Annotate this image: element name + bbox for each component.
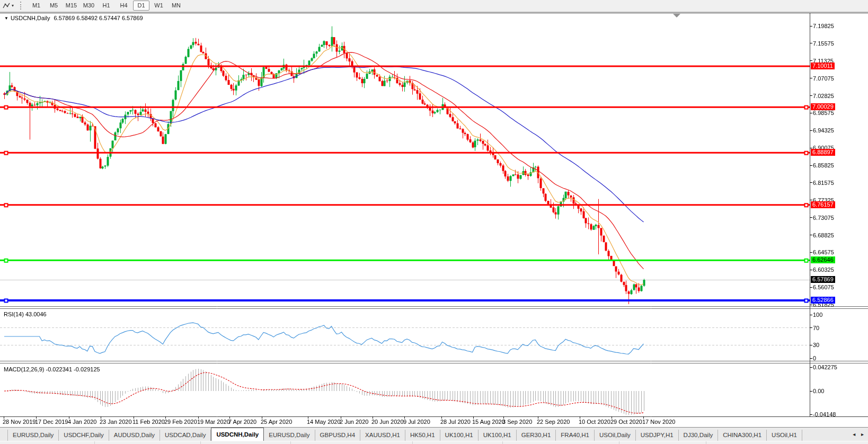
chart-tab-usdcnh-daily[interactable]: USDCNH,Daily [211, 428, 264, 441]
window-divider [0, 12, 868, 12]
timeframe-button-m30[interactable]: M30 [81, 1, 97, 11]
timeframe-button-mn[interactable]: MN [168, 1, 184, 11]
chart-tab-usdjpy-h1[interactable]: USDJPY,H1 [636, 430, 679, 441]
timeframe-button-h4[interactable]: H4 [116, 1, 132, 11]
chart-tab-xauusd-h1[interactable]: XAUUSD,H1 [360, 430, 405, 441]
timeframe-button-m5[interactable]: M5 [46, 1, 62, 11]
chart-tab-usdcad-daily[interactable]: USDCAD,Daily [160, 430, 211, 441]
chart-tabs-bar: EURUSD,DailyUSDCHF,DailyAUDUSD,DailyUSDC… [0, 427, 868, 441]
toolbar: ▾ M1M5M15M30H1H4D1W1MN [0, 0, 868, 11]
tab-scroll-arrows[interactable]: ◂ ▸ [853, 431, 866, 437]
chart-window[interactable] [0, 13, 868, 427]
chart-tab-audusd-daily[interactable]: AUDUSD,Daily [109, 430, 160, 441]
timeframe-button-m15[interactable]: M15 [63, 1, 79, 11]
chart-tab-gbpusd-h4[interactable]: GBPUSD,H4 [315, 430, 360, 441]
chart-tab-china300-h1[interactable]: CHINA300,H1 [718, 430, 767, 441]
line-studies-icon [3, 2, 11, 10]
chart-tab-usdchf-daily[interactable]: USDCHF,Daily [59, 430, 109, 441]
chart-tab-usoil-h1[interactable]: USOil,H1 [767, 430, 802, 441]
chart-tab-uk100-h1[interactable]: UK100,H1 [440, 430, 479, 441]
chart-tab-ger30-h1[interactable]: GER30,H1 [517, 430, 556, 441]
trading-terminal: ▾ M1M5M15M30H1H4D1W1MN ▼USDCNH,Daily6.57… [0, 0, 868, 444]
toolbar-grip [20, 2, 23, 10]
status-strip [0, 441, 868, 444]
chart-tab-fra40-h1[interactable]: FRA40,H1 [556, 430, 595, 441]
timeframe-buttons: M1M5M15M30H1H4D1W1MN [28, 1, 185, 11]
chart-tab-eurusd-daily[interactable]: EURUSD,Daily [7, 430, 59, 441]
chart-tab-uk100-h1[interactable]: UK100,H1 [479, 430, 517, 441]
timeframe-button-h1[interactable]: H1 [98, 1, 114, 11]
chevron-down-icon: ▾ [12, 3, 14, 8]
timeframe-button-d1[interactable]: D1 [133, 1, 149, 11]
chart-tab-eurusd-daily[interactable]: EURUSD,Daily [264, 430, 315, 441]
chart-tab-hk50-h1[interactable]: HK50,H1 [405, 430, 440, 441]
chart-tab-dj30-daily[interactable]: DJ30,Daily [679, 430, 719, 441]
timeframe-button-m1[interactable]: M1 [28, 1, 45, 11]
timeframe-button-w1[interactable]: W1 [150, 1, 167, 11]
chart-tab-usoil-daily[interactable]: USOil,Daily [595, 430, 636, 441]
line-studies-dropdown[interactable]: ▾ [2, 1, 15, 11]
